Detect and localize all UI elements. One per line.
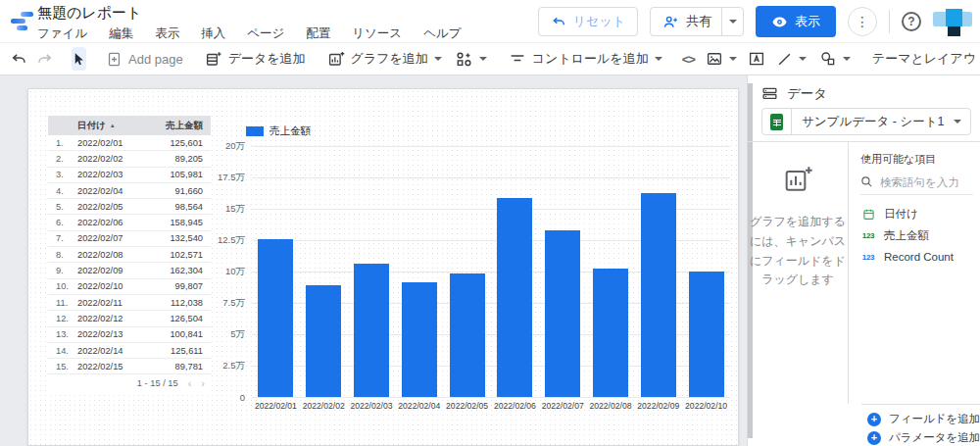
add-field-button[interactable]: + フィールドを追加 bbox=[867, 410, 980, 428]
bar-2022/02/07[interactable] bbox=[545, 230, 580, 397]
community-visualizations-button[interactable] bbox=[453, 50, 489, 69]
add-parameter-button[interactable]: + パラメータを追加 bbox=[867, 428, 980, 446]
bar-2022/02/08[interactable] bbox=[593, 269, 628, 397]
table-cell: 2022/02/10 bbox=[77, 281, 123, 291]
add-data-button[interactable]: データを追加 bbox=[203, 50, 308, 68]
chart-drop-zone[interactable]: グラフを追加するには、キャンバスにフィールドをドラッグします bbox=[748, 142, 849, 404]
add-page-button[interactable]: Add page bbox=[104, 51, 185, 68]
table-cell: 91,660 bbox=[175, 186, 203, 196]
table-cell: 2022/02/03 bbox=[77, 170, 123, 179]
bar-2022/02/09[interactable] bbox=[641, 193, 676, 397]
report-title[interactable]: 無題のレポート bbox=[37, 3, 462, 23]
table-cell: 10. bbox=[48, 281, 77, 291]
y-axis-tick-label: 20万 bbox=[225, 140, 245, 153]
insert-image-button[interactable] bbox=[704, 50, 739, 68]
share-button[interactable]: 共有 bbox=[650, 7, 744, 36]
x-axis-tick-label: 2022/02/07 bbox=[542, 401, 584, 411]
chart-add-large-icon bbox=[782, 164, 813, 195]
data-source-selector[interactable]: サンプルデータ - シート1 bbox=[761, 108, 971, 135]
table-row: 14.2022/02/14125,611 bbox=[48, 343, 211, 359]
bar-2022/02/05[interactable] bbox=[450, 273, 485, 397]
add-chart-button[interactable]: グラフを追加 bbox=[325, 50, 444, 68]
table-cell: 125,611 bbox=[171, 346, 203, 356]
field-search-input[interactable] bbox=[880, 176, 973, 188]
sort-ascending-icon[interactable]: ▲ bbox=[110, 123, 116, 128]
menubar: ファイル編集表示挿入ページ配置リソースヘルプ bbox=[37, 25, 462, 42]
plus-circle-icon: + bbox=[867, 413, 881, 426]
menu-item-3[interactable]: 挿入 bbox=[201, 25, 225, 42]
column-header-sales[interactable]: 売上金額 bbox=[166, 120, 203, 132]
share-dropdown-button[interactable] bbox=[721, 8, 743, 35]
undo-icon bbox=[551, 14, 566, 29]
line-tool-button[interactable] bbox=[774, 51, 808, 68]
person-add-icon bbox=[662, 14, 679, 30]
bar-chart[interactable]: 売上金額 02.5万5万7.5万10万12.5万15万17.5万20万2022/… bbox=[236, 123, 734, 419]
table-cell: 2022/02/12 bbox=[77, 314, 123, 323]
more-options-button[interactable]: ⋮ bbox=[848, 7, 877, 36]
user-avatar[interactable] bbox=[933, 7, 972, 36]
y-axis-tick-label: 15万 bbox=[225, 203, 245, 216]
chart-plot-area[interactable]: 02.5万5万7.5万10万12.5万15万17.5万20万2022/02/01… bbox=[252, 146, 730, 397]
field-label: Record Count bbox=[884, 251, 954, 263]
column-header-date[interactable]: 日付け bbox=[77, 120, 106, 132]
table-cell: 112,038 bbox=[171, 298, 203, 308]
table-pagination: 1 - 15 / 15 ‹ › bbox=[48, 374, 211, 392]
theme-layout-button[interactable]: テーマとレイアウト bbox=[870, 50, 980, 68]
previous-page-icon[interactable]: ‹ bbox=[188, 377, 192, 389]
next-page-icon[interactable]: › bbox=[201, 377, 205, 389]
table-cell: 89,781 bbox=[175, 362, 203, 372]
report-page[interactable]: 日付け ▲ 売上金額 1.2022/02/01125,6012.2022/02/… bbox=[27, 88, 739, 446]
page-add-icon bbox=[106, 51, 122, 68]
bar-2022/02/04[interactable] bbox=[402, 282, 437, 397]
menu-item-7[interactable]: ヘルプ bbox=[423, 25, 461, 42]
menu-item-1[interactable]: 編集 bbox=[109, 25, 133, 42]
table-cell: 105,981 bbox=[170, 170, 203, 179]
filter-icon bbox=[509, 50, 526, 68]
field-item-売上金額[interactable]: 123売上金額 bbox=[860, 224, 980, 246]
y-axis-tick-label: 0 bbox=[240, 392, 245, 403]
bar-2022/02/06[interactable] bbox=[497, 198, 532, 397]
table-header[interactable]: 日付け ▲ 売上金額 bbox=[48, 116, 211, 135]
looker-studio-logo-icon[interactable] bbox=[10, 9, 35, 34]
menu-item-5[interactable]: 配置 bbox=[306, 25, 330, 42]
bar-2022/02/01[interactable] bbox=[258, 239, 293, 397]
field-item-日付け[interactable]: 日付け bbox=[860, 203, 980, 224]
add-control-button[interactable]: コントロールを追加 bbox=[507, 50, 664, 68]
header-divider bbox=[889, 10, 890, 33]
field-item-Record Count[interactable]: 123Record Count bbox=[860, 246, 980, 268]
chevron-down-icon bbox=[729, 20, 737, 24]
undo-button[interactable] bbox=[10, 47, 27, 71]
share-main[interactable]: 共有 bbox=[651, 8, 721, 35]
chevron-down-icon bbox=[479, 57, 487, 61]
field-search[interactable] bbox=[860, 175, 973, 195]
x-axis-tick-label: 2022/02/04 bbox=[398, 401, 440, 411]
table-cell: 2022/02/15 bbox=[77, 362, 123, 372]
y-axis-tick-label: 10万 bbox=[225, 266, 245, 278]
shape-tool-button[interactable] bbox=[817, 50, 853, 68]
table-cell: 2022/02/02 bbox=[77, 154, 123, 164]
y-axis-tick-label: 12.5万 bbox=[218, 234, 245, 247]
data-table[interactable]: 日付け ▲ 売上金額 1.2022/02/01125,6012.2022/02/… bbox=[48, 116, 211, 392]
help-button[interactable]: ? bbox=[902, 12, 921, 31]
bar-2022/02/02[interactable] bbox=[306, 285, 341, 397]
embed-code-button[interactable]: <> bbox=[682, 47, 695, 71]
pagination-range: 1 - 15 / 15 bbox=[137, 378, 178, 388]
table-cell: 5. bbox=[48, 202, 77, 212]
redo-button[interactable] bbox=[36, 47, 54, 71]
table-row: 4.2022/02/0491,660 bbox=[48, 183, 211, 199]
menu-item-4[interactable]: ページ bbox=[247, 25, 284, 42]
menu-item-6[interactable]: リソース bbox=[352, 25, 402, 42]
menu-item-2[interactable]: 表示 bbox=[155, 25, 179, 42]
menu-item-0[interactable]: ファイル bbox=[37, 25, 87, 42]
view-button[interactable]: 表示 bbox=[756, 6, 836, 37]
bar-2022/02/10[interactable] bbox=[689, 272, 724, 397]
gridline bbox=[252, 146, 730, 147]
x-axis-tick-label: 2022/02/05 bbox=[446, 401, 488, 411]
data-panel: データ サンプルデータ - シート1 グラフを追加するには、キャンバスにフィール… bbox=[747, 75, 980, 446]
chevron-down-icon bbox=[843, 57, 851, 61]
bar-2022/02/03[interactable] bbox=[354, 264, 389, 397]
text-box-button[interactable] bbox=[748, 47, 765, 71]
canvas-area[interactable]: 日付け ▲ 売上金額 1.2022/02/01125,6012.2022/02/… bbox=[0, 75, 747, 446]
select-tool-button[interactable] bbox=[72, 47, 86, 71]
reset-button[interactable]: リセット bbox=[538, 7, 638, 36]
